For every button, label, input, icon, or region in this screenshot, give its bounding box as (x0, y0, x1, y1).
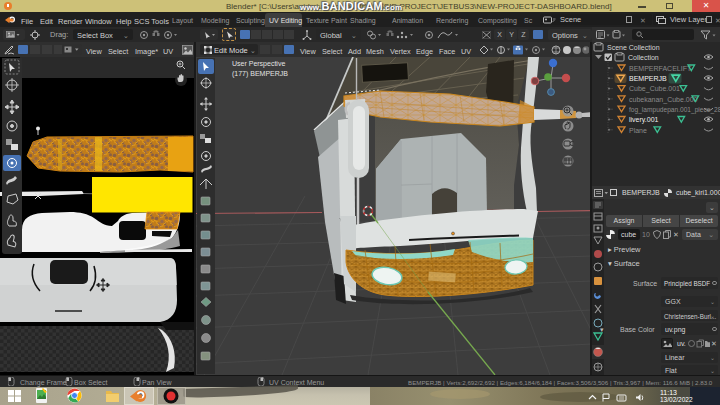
svg-text:BEMPERJB: BEMPERJB (629, 75, 667, 82)
svg-text:Cube_Cube.001: Cube_Cube.001 (629, 85, 680, 93)
svg-text:Collection: Collection (628, 54, 659, 61)
svg-text:Plane: Plane (629, 127, 647, 134)
svg-text:Scene Collection: Scene Collection (607, 44, 660, 51)
svg-text:BEMPERFACELIFT: BEMPERFACELIFT (629, 65, 692, 72)
svg-text:livery.001: livery.001 (629, 116, 659, 124)
svg-text:cubekanan_Cube.000: cubekanan_Cube.000 (629, 96, 698, 104)
